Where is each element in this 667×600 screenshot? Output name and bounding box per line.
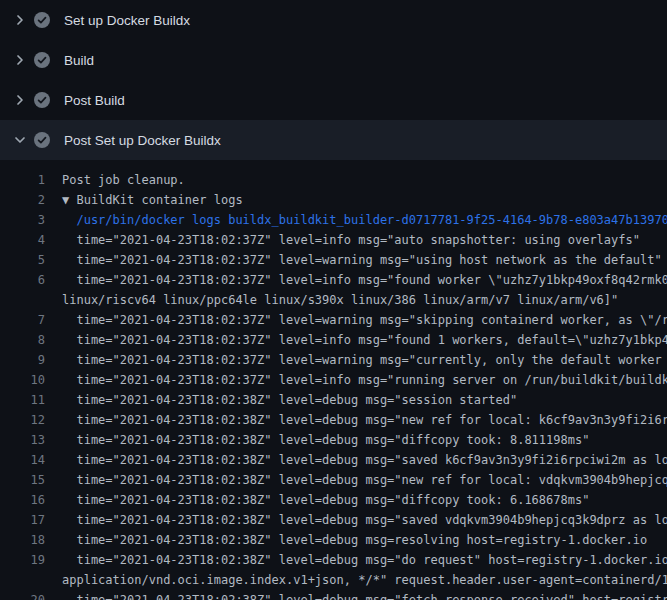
log-line-text: linux/riscv64 linux/ppc64le linux/s390x … <box>62 290 618 310</box>
log-line-text: time="2021-04-23T18:02:38Z" level=debug … <box>62 450 667 470</box>
log-line-number[interactable]: 20 <box>0 590 45 600</box>
log-line: 12 time="2021-04-23T18:02:38Z" level=deb… <box>0 410 667 430</box>
step-title: Post Build <box>64 93 125 108</box>
log-line-number[interactable]: 10 <box>0 370 45 390</box>
step-title: Build <box>64 53 94 68</box>
log-line-number[interactable]: 5 <box>0 250 45 270</box>
log-line-number[interactable]: 9 <box>0 350 45 370</box>
log-line-number[interactable]: 14 <box>0 450 45 470</box>
chevron-right-icon[interactable] <box>12 92 28 108</box>
log-line-text: time="2021-04-23T18:02:38Z" level=debug … <box>62 430 589 450</box>
log-line: 4 time="2021-04-23T18:02:37Z" level=info… <box>0 230 667 250</box>
log-line: 6 time="2021-04-23T18:02:37Z" level=info… <box>0 270 667 290</box>
log-line-text: application/vnd.oci.image.index.v1+json,… <box>62 570 667 590</box>
log-line: 7 time="2021-04-23T18:02:37Z" level=warn… <box>0 310 667 330</box>
log-line-text: time="2021-04-23T18:02:37Z" level=info m… <box>62 270 667 290</box>
log-line-text[interactable]: ▼ BuildKit container logs <box>62 190 243 210</box>
check-circle-icon <box>34 12 50 28</box>
log-line-text: time="2021-04-23T18:02:38Z" level=debug … <box>62 390 517 410</box>
step-section-post-set-up-docker-buildx[interactable]: Post Set up Docker Buildx <box>0 120 667 160</box>
log-line-number[interactable]: 11 <box>0 390 45 410</box>
log-line-text: time="2021-04-23T18:02:37Z" level=info m… <box>62 330 667 350</box>
log-line-number[interactable]: 19 <box>0 550 45 570</box>
log-command-text: /usr/bin/docker logs buildx_buildkit_bui… <box>62 210 667 230</box>
chevron-right-icon[interactable] <box>12 52 28 68</box>
log-line-text: time="2021-04-23T18:02:38Z" level=debug … <box>62 410 667 430</box>
log-line: linux/riscv64 linux/ppc64le linux/s390x … <box>0 290 667 310</box>
log-line-text: time="2021-04-23T18:02:37Z" level=warnin… <box>62 350 667 370</box>
chevron-right-icon[interactable] <box>12 12 28 28</box>
log-line-number[interactable]: 6 <box>0 270 45 290</box>
log-line-number[interactable]: 15 <box>0 470 45 490</box>
log-line-number[interactable] <box>0 290 45 310</box>
step-title: Set up Docker Buildx <box>64 13 190 28</box>
log-line-text: Post job cleanup. <box>62 170 185 190</box>
step-section-build[interactable]: Build <box>0 40 667 80</box>
log-line-text: time="2021-04-23T18:02:38Z" level=debug … <box>62 590 667 600</box>
log-line: 18 time="2021-04-23T18:02:38Z" level=deb… <box>0 530 667 550</box>
log-line-number[interactable]: 7 <box>0 310 45 330</box>
log-line: 20 time="2021-04-23T18:02:38Z" level=deb… <box>0 590 667 600</box>
check-circle-icon <box>34 92 50 108</box>
log-line: 17 time="2021-04-23T18:02:38Z" level=deb… <box>0 510 667 530</box>
log-line: 15 time="2021-04-23T18:02:38Z" level=deb… <box>0 470 667 490</box>
chevron-down-icon[interactable] <box>12 132 28 148</box>
log-line-number[interactable]: 2 <box>0 190 45 210</box>
log-line: 11 time="2021-04-23T18:02:38Z" level=deb… <box>0 390 667 410</box>
log-line-number[interactable]: 16 <box>0 490 45 510</box>
log-content: 1 Post job cleanup. 2 ▼ BuildKit contain… <box>0 160 667 600</box>
step-title: Post Set up Docker Buildx <box>64 133 221 148</box>
log-line: 2 ▼ BuildKit container logs <box>0 190 667 210</box>
log-line-text: time="2021-04-23T18:02:37Z" level=info m… <box>62 230 640 250</box>
log-line: 14 time="2021-04-23T18:02:38Z" level=deb… <box>0 450 667 470</box>
log-line-number[interactable]: 1 <box>0 170 45 190</box>
log-line-number[interactable]: 4 <box>0 230 45 250</box>
log-line-text: time="2021-04-23T18:02:38Z" level=debug … <box>62 550 667 570</box>
log-line-text: time="2021-04-23T18:02:38Z" level=debug … <box>62 490 589 510</box>
step-section-set-up-docker-buildx[interactable]: Set up Docker Buildx <box>0 0 667 40</box>
log-line-number[interactable]: 12 <box>0 410 45 430</box>
log-line-text: time="2021-04-23T18:02:37Z" level=warnin… <box>62 250 662 270</box>
log-line: 19 time="2021-04-23T18:02:38Z" level=deb… <box>0 550 667 570</box>
job-log-viewer: Set up Docker Buildx Build P <box>0 0 667 600</box>
log-line-number[interactable]: 13 <box>0 430 45 450</box>
log-line-text: time="2021-04-23T18:02:38Z" level=debug … <box>62 470 667 490</box>
log-line: 8 time="2021-04-23T18:02:37Z" level=info… <box>0 330 667 350</box>
log-line: 10 time="2021-04-23T18:02:37Z" level=inf… <box>0 370 667 390</box>
log-line-text: time="2021-04-23T18:02:38Z" level=debug … <box>62 510 667 530</box>
log-line-text: time="2021-04-23T18:02:37Z" level=info m… <box>62 370 667 390</box>
log-line-number[interactable]: 18 <box>0 530 45 550</box>
log-line-text: time="2021-04-23T18:02:38Z" level=debug … <box>62 530 647 550</box>
log-line: 16 time="2021-04-23T18:02:38Z" level=deb… <box>0 490 667 510</box>
log-line-text: time="2021-04-23T18:02:37Z" level=warnin… <box>62 310 667 330</box>
log-line: 1 Post job cleanup. <box>0 170 667 190</box>
log-line: 9 time="2021-04-23T18:02:37Z" level=warn… <box>0 350 667 370</box>
log-line-number[interactable]: 3 <box>0 210 45 230</box>
log-line: 3 /usr/bin/docker logs buildx_buildkit_b… <box>0 210 667 230</box>
check-circle-icon <box>34 52 50 68</box>
log-line-number[interactable]: 8 <box>0 330 45 350</box>
step-section-post-build[interactable]: Post Build <box>0 80 667 120</box>
log-line-number[interactable]: 17 <box>0 510 45 530</box>
log-line: 5 time="2021-04-23T18:02:37Z" level=warn… <box>0 250 667 270</box>
log-line: 13 time="2021-04-23T18:02:38Z" level=deb… <box>0 430 667 450</box>
log-line: application/vnd.oci.image.index.v1+json,… <box>0 570 667 590</box>
check-circle-icon <box>34 132 50 148</box>
log-line-number[interactable] <box>0 570 45 590</box>
